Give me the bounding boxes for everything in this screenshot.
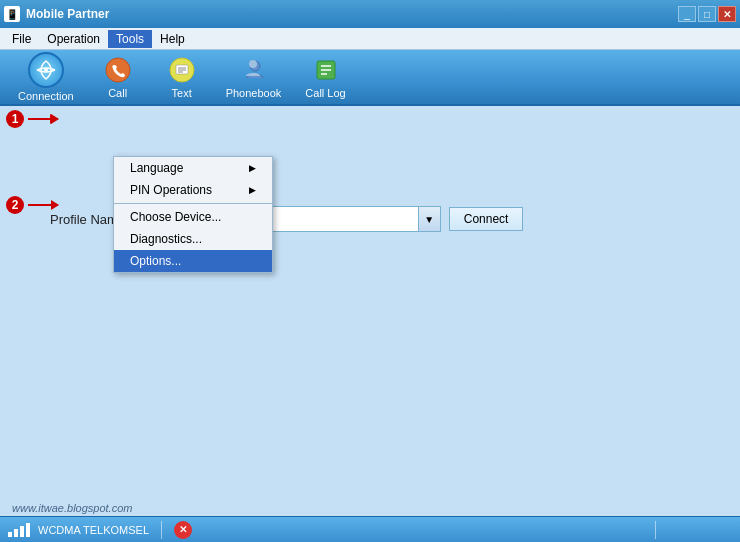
title-text: Mobile Partner <box>26 7 109 21</box>
menu-help[interactable]: Help <box>152 30 193 48</box>
network-type-text: WCDMA TELKOMSEL <box>38 524 149 536</box>
text-icon <box>167 55 197 85</box>
toolbar-connection[interactable]: Connection <box>8 48 84 106</box>
minimize-button[interactable]: _ <box>678 6 696 22</box>
main-content: 1 2 Language ▶ PIN Operations ▶ Choose D… <box>0 106 740 516</box>
signal-bar-1 <box>8 532 12 537</box>
connect-button[interactable]: Connect <box>449 207 524 231</box>
connection-icon <box>28 52 64 88</box>
profile-dropdown-button[interactable]: ▼ <box>418 207 440 231</box>
status-divider-1 <box>161 521 162 539</box>
call-label: Call <box>108 87 127 99</box>
title-bar-left: 📱 Mobile Partner <box>4 6 109 22</box>
menu-file[interactable]: File <box>4 30 39 48</box>
toolbar: Connection Call Text <box>0 50 740 106</box>
title-bar: 📱 Mobile Partner _ □ ✕ <box>0 0 740 28</box>
svg-point-1 <box>106 58 130 82</box>
signal-bar-3 <box>20 526 24 537</box>
menu-item-diagnostics[interactable]: Diagnostics... <box>114 228 272 250</box>
svg-point-0 <box>44 68 48 72</box>
maximize-button[interactable]: □ <box>698 6 716 22</box>
annotation-1: 1 <box>6 110 58 128</box>
connection-label: Connection <box>18 90 74 102</box>
watermark-text: www.itwae.blogspot.com <box>12 502 132 514</box>
submenu-arrow-language: ▶ <box>249 163 256 173</box>
menu-operation[interactable]: Operation <box>39 30 108 48</box>
window-controls[interactable]: _ □ ✕ <box>678 6 736 22</box>
connection-status-icon: ✕ <box>174 521 192 539</box>
menu-item-pin-operations[interactable]: PIN Operations ▶ <box>114 179 272 201</box>
signal-bar-2 <box>14 529 18 537</box>
app-icon: 📱 <box>4 6 20 22</box>
phonebook-icon <box>238 55 268 85</box>
tools-dropdown-menu: Language ▶ PIN Operations ▶ Choose Devic… <box>113 156 273 273</box>
menu-item-options[interactable]: Options... <box>114 250 272 272</box>
svg-point-8 <box>249 60 257 68</box>
submenu-arrow-pin: ▶ <box>249 185 256 195</box>
toolbar-phonebook[interactable]: Phonebook <box>216 51 292 103</box>
toolbar-text[interactable]: Text <box>152 51 212 103</box>
toolbar-calllog[interactable]: Call Log <box>295 51 355 103</box>
calllog-label: Call Log <box>305 87 345 99</box>
menu-item-language[interactable]: Language ▶ <box>114 157 272 179</box>
menu-bar: File Operation Tools Help <box>0 28 740 50</box>
status-divider-2 <box>655 521 656 539</box>
call-icon <box>103 55 133 85</box>
menu-separator-1 <box>114 203 272 204</box>
menu-item-choose-device[interactable]: Choose Device... <box>114 206 272 228</box>
phonebook-label: Phonebook <box>226 87 282 99</box>
signal-strength-icon <box>8 523 30 537</box>
annotation-2: 2 <box>6 196 58 214</box>
signal-bar-4 <box>26 523 30 537</box>
menu-tools[interactable]: Tools <box>108 30 152 48</box>
toolbar-call[interactable]: Call <box>88 51 148 103</box>
status-bar: WCDMA TELKOMSEL ✕ <box>0 516 740 542</box>
text-label: Text <box>172 87 192 99</box>
close-button[interactable]: ✕ <box>718 6 736 22</box>
calllog-icon <box>311 55 341 85</box>
